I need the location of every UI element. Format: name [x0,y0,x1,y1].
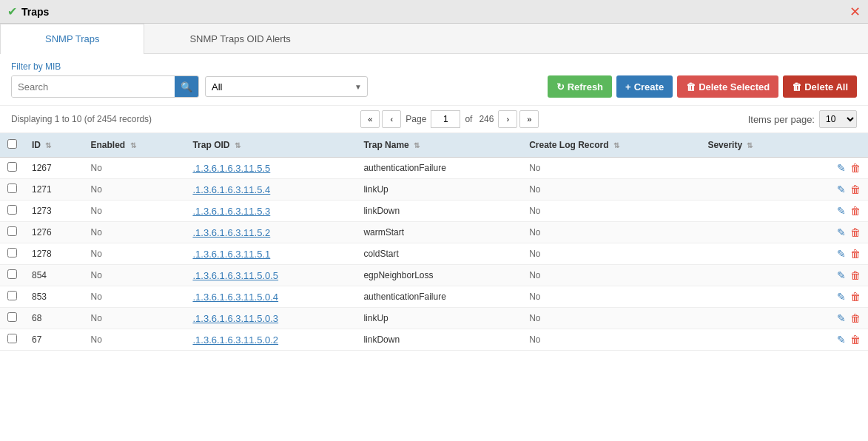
filter-label: Filter by MIB [11,61,857,72]
cell-trap-name: coldStart [356,243,522,265]
refresh-icon: ↻ [556,81,565,92]
toolbar: Filter by MIB 🔍 All ▼ ↻ ↻ [0,54,868,106]
delete-row-icon[interactable]: 🗑 [850,248,861,260]
title-bar: ✔ Traps ✕ [0,0,868,24]
row-checkbox[interactable] [7,184,17,193]
row-checkbox[interactable] [7,269,17,279]
row-checkbox[interactable] [7,248,17,257]
delete-selected-button[interactable]: 🗑 Delete Selected [677,75,778,98]
sort-trapname-icon[interactable]: ⇅ [414,141,420,149]
cell-enabled: No [84,329,186,351]
delete-row-icon[interactable]: 🗑 [850,291,861,303]
next-page-button[interactable]: › [498,110,517,128]
last-page-button[interactable]: » [519,110,539,128]
cell-trap-name: egpNeighborLoss [356,265,522,286]
create-button[interactable]: + Create [616,75,673,98]
trap-oid-link[interactable]: .1.3.6.1.6.3.11.5.0.5 [192,270,278,281]
items-per-page-select[interactable]: 10 25 50 100 [819,110,857,128]
edit-icon[interactable]: ✎ [837,205,846,217]
delete-row-icon[interactable]: 🗑 [850,226,861,238]
row-checkbox[interactable] [7,291,17,300]
title-icon: ✔ [7,4,17,18]
row-checkbox[interactable] [7,205,17,215]
sort-id-icon[interactable]: ⇅ [45,141,51,149]
cell-create-log: No [522,243,700,265]
cell-severity [700,201,802,222]
filter-by-mib-select[interactable]: All [205,76,368,97]
delete-row-icon[interactable]: 🗑 [850,184,861,195]
table-row: 1267 No .1.3.6.1.6.3.11.5.5 authenticati… [0,158,868,179]
delete-row-icon[interactable]: 🗑 [850,269,861,281]
row-checkbox[interactable] [7,334,17,343]
trap-oid-link[interactable]: .1.3.6.1.6.3.11.5.0.2 [192,334,278,346]
edit-icon[interactable]: ✎ [837,162,846,174]
trap-oid-link[interactable]: .1.3.6.1.6.3.11.5.2 [192,227,270,238]
first-page-button[interactable]: « [360,110,380,128]
header-severity: Severity ⇅ [700,133,802,158]
delete-all-icon: 🗑 [792,81,801,92]
edit-icon[interactable]: ✎ [837,226,846,238]
tab-snmp-oid-alerts[interactable]: SNMP Traps OID Alerts [144,24,335,53]
edit-icon[interactable]: ✎ [837,334,846,346]
cell-trap-oid: .1.3.6.1.6.3.11.5.2 [185,222,356,243]
close-button[interactable]: ✕ [850,5,861,18]
delete-row-icon[interactable]: 🗑 [850,162,861,174]
delete-row-icon[interactable]: 🗑 [850,334,861,346]
sort-createlog-icon[interactable]: ⇅ [613,141,619,149]
main-container: SNMP Traps SNMP Traps OID Alerts Filter … [0,24,868,441]
sort-enabled-icon[interactable]: ⇅ [130,141,136,149]
edit-icon[interactable]: ✎ [837,312,846,324]
total-pages: 246 [479,114,494,124]
edit-icon[interactable]: ✎ [837,248,846,260]
trap-oid-link[interactable]: .1.3.6.1.6.3.11.5.0.4 [192,292,278,303]
trap-oid-link[interactable]: .1.3.6.1.6.3.11.5.3 [192,206,270,217]
cell-id: 1271 [24,179,84,201]
row-checkbox[interactable] [7,312,17,322]
row-checkbox[interactable] [7,226,17,236]
cell-create-log: No [522,179,700,201]
cell-trap-oid: .1.3.6.1.6.3.11.5.1 [185,243,356,265]
cell-severity [700,286,802,308]
edit-icon[interactable]: ✎ [837,269,846,281]
cell-trap-name: linkDown [356,201,522,222]
cell-id: 1278 [24,243,84,265]
delete-row-icon[interactable]: 🗑 [850,312,861,324]
sort-severity-icon[interactable]: ⇅ [747,141,753,149]
sort-trapoid-icon[interactable]: ⇅ [235,141,240,149]
trap-oid-link[interactable]: .1.3.6.1.6.3.11.5.4 [192,184,270,195]
page-number-input[interactable]: 1 [431,110,460,128]
cell-severity [700,222,802,243]
trap-oid-link[interactable]: .1.3.6.1.6.3.11.5.5 [192,163,270,174]
select-all-checkbox[interactable] [7,139,17,149]
prev-page-button[interactable]: ‹ [382,110,401,128]
cell-enabled: No [84,179,186,201]
cell-enabled: No [84,222,186,243]
cell-actions: ✎ 🗑 [802,201,868,222]
trap-oid-link[interactable]: .1.3.6.1.6.3.11.5.1 [192,249,270,260]
cell-trap-oid: .1.3.6.1.6.3.11.5.0.4 [185,286,356,308]
page-label: Page [406,114,426,124]
cell-severity [700,158,802,179]
of-label: of [465,114,472,124]
row-checkbox[interactable] [7,162,17,172]
refresh-button[interactable]: ↻ ↻ Refresh Refresh [548,75,612,98]
cell-trap-name: linkUp [356,308,522,329]
cell-severity [700,308,802,329]
cell-trap-name: warmStart [356,222,522,243]
search-button[interactable]: 🔍 [175,76,198,97]
cell-actions: ✎ 🗑 [802,243,868,265]
edit-icon[interactable]: ✎ [837,291,846,303]
cell-severity [700,243,802,265]
pagination-info: Displaying 1 to 10 (of 2454 records) [11,114,152,124]
cell-create-log: No [522,308,700,329]
title-text: Traps [21,6,49,18]
row-actions: ✎ 🗑 [810,205,861,217]
search-input[interactable] [12,76,175,97]
delete-row-icon[interactable]: 🗑 [850,205,861,217]
tab-snmp-traps[interactable]: SNMP Traps [0,24,144,54]
edit-icon[interactable]: ✎ [837,184,846,195]
cell-enabled: No [84,308,186,329]
trap-oid-link[interactable]: .1.3.6.1.6.3.11.5.0.3 [192,313,278,324]
delete-all-button[interactable]: 🗑 Delete All [783,75,857,98]
cell-create-log: No [522,329,700,351]
